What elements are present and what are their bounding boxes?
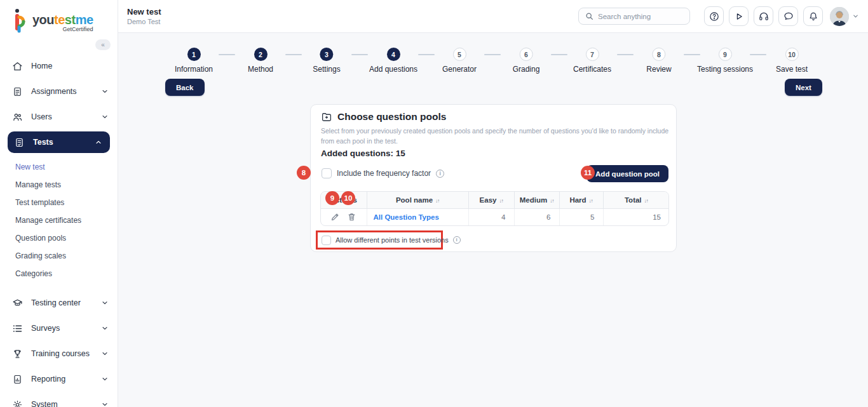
sidebar-collapse-button[interactable]: « — [95, 39, 111, 50]
sidebar-item-training-courses[interactable]: Training courses — [0, 341, 118, 366]
total-count: 15 — [603, 208, 669, 225]
column-header-easy[interactable]: Easy↓↑ — [468, 192, 514, 208]
delete-pool-button[interactable] — [347, 212, 356, 222]
step-number: 7 — [586, 48, 599, 61]
page-title: New test — [127, 7, 161, 17]
allow-different-points-label: Allow different points in test versions — [336, 236, 449, 244]
step-save-test[interactable]: 10 Save test — [776, 48, 808, 74]
support-button[interactable] — [754, 6, 773, 26]
chevron-down-icon — [101, 113, 109, 121]
sidebar-item-label: Surveys — [31, 324, 60, 333]
tests-icon — [14, 137, 25, 148]
chevron-down-icon — [101, 350, 109, 357]
step-information[interactable]: 1 Information — [175, 48, 213, 74]
messages-button[interactable] — [778, 6, 798, 26]
edit-pool-button[interactable] — [330, 212, 340, 222]
sidebar-item-reporting[interactable]: Reporting — [0, 366, 118, 392]
easy-count: 4 — [468, 208, 514, 225]
global-search[interactable] — [578, 8, 690, 25]
sidebar: youtestme GetCertified « Home Assignment… — [0, 0, 118, 407]
sidebar-item-testing-center[interactable]: Testing center — [0, 290, 118, 316]
step-number: 9 — [718, 48, 731, 61]
table-header-row: Actions Pool name↓↑ Easy↓↑ Medium↓↑ Hard… — [321, 192, 669, 208]
brand-logo: youtestme GetCertified — [0, 0, 118, 34]
sidebar-item-system[interactable]: System — [0, 392, 118, 407]
search-input[interactable] — [598, 13, 674, 20]
sidebar-item-label: Tests — [33, 138, 53, 147]
sidebar-item-home[interactable]: Home — [0, 53, 118, 79]
sidebar-item-tests[interactable]: Tests — [8, 131, 110, 153]
column-header-medium[interactable]: Medium↓↑ — [514, 192, 559, 208]
sort-icon[interactable]: ↓↑ — [499, 198, 503, 204]
step-connector — [551, 54, 567, 55]
subnav-item-categories[interactable]: Categories — [0, 265, 118, 283]
choose-question-pools-card: Choose question pools Select from your p… — [310, 104, 677, 252]
step-certificates[interactable]: 7 Certificates — [573, 48, 611, 74]
step-settings[interactable]: 3 Settings — [313, 48, 340, 74]
training-courses-icon — [12, 349, 23, 359]
sort-icon[interactable]: ↓↑ — [435, 198, 439, 204]
step-number: 5 — [453, 48, 466, 61]
trash-icon — [347, 212, 356, 222]
step-grading[interactable]: 6 Grading — [513, 48, 540, 74]
sidebar-item-label: Home — [31, 62, 52, 70]
sidebar-item-users[interactable]: Users — [0, 104, 118, 130]
pool-name-link[interactable]: All Question Types — [367, 208, 468, 225]
notifications-button[interactable] — [803, 6, 823, 26]
subnav-item-manage-certificates[interactable]: Manage certificates — [0, 211, 118, 229]
next-button[interactable]: Next — [785, 79, 822, 96]
user-menu[interactable] — [830, 7, 859, 26]
subnav-item-manage-tests[interactable]: Manage tests — [0, 176, 118, 194]
testing-center-icon — [12, 298, 23, 309]
sidebar-item-assignments[interactable]: Assignments — [0, 79, 118, 104]
subnav-item-new-test[interactable]: New test — [0, 158, 118, 176]
subnav-item-question-pools[interactable]: Question pools — [0, 229, 118, 247]
info-icon[interactable]: i — [453, 236, 461, 244]
sort-icon[interactable]: ↓↑ — [550, 198, 553, 204]
column-header-pool-name[interactable]: Pool name↓↑ — [367, 192, 468, 208]
avatar[interactable] — [830, 7, 849, 26]
step-number: 4 — [387, 48, 400, 61]
step-number: 8 — [652, 48, 665, 61]
chevron-down-icon — [101, 375, 109, 383]
step-number: 2 — [254, 48, 268, 61]
sidebar-item-label: Reporting — [31, 375, 65, 384]
hard-count: 5 — [559, 208, 603, 225]
sort-icon[interactable]: ↓↑ — [644, 198, 648, 204]
annotation-badge-10: 10 — [341, 191, 355, 205]
step-connector — [418, 54, 435, 55]
step-number: 10 — [785, 48, 799, 61]
allow-different-points-checkbox[interactable] — [322, 236, 331, 245]
tour-button[interactable] — [729, 6, 749, 26]
play-icon — [733, 11, 745, 22]
add-question-pool-button[interactable]: Add question pool — [587, 165, 668, 182]
chevron-down-icon — [101, 88, 109, 95]
step-add-questions[interactable]: 4 Add questions — [369, 48, 417, 74]
question-pools-table: Actions Pool name↓↑ Easy↓↑ Medium↓↑ Hard… — [320, 191, 669, 226]
annotation-badge-11: 11 — [581, 166, 595, 180]
search-icon — [585, 12, 593, 20]
help-button[interactable] — [704, 6, 724, 26]
subnav-item-grading-scales[interactable]: Grading scales — [0, 247, 118, 265]
chevron-down-icon — [101, 324, 109, 332]
sidebar-item-surveys[interactable]: Surveys — [0, 316, 118, 341]
step-method[interactable]: 2 Method — [248, 48, 273, 74]
subnav-item-test-templates[interactable]: Test templates — [0, 194, 118, 211]
frequency-factor-checkbox[interactable] — [322, 168, 332, 178]
step-review[interactable]: 8 Review — [646, 48, 671, 74]
step-generator[interactable]: 5 Generator — [442, 48, 477, 74]
step-number: 3 — [320, 48, 333, 61]
home-icon — [12, 61, 23, 72]
allow-different-points-highlight: Allow different points in test versions … — [316, 230, 443, 250]
step-testing-sessions[interactable]: 9 Testing sessions — [697, 48, 753, 74]
chevron-down-icon — [852, 13, 859, 20]
medium-count: 6 — [514, 208, 559, 225]
back-button[interactable]: Back — [165, 79, 205, 96]
info-icon[interactable]: i — [436, 170, 444, 178]
column-header-total[interactable]: Total↓↑ — [603, 192, 669, 208]
chevron-up-icon — [95, 138, 102, 146]
sort-icon[interactable]: ↓↑ — [589, 198, 593, 204]
column-header-hard[interactable]: Hard↓↑ — [559, 192, 603, 208]
card-description: Select from your previously created ques… — [321, 126, 670, 147]
pencil-icon — [330, 212, 340, 222]
